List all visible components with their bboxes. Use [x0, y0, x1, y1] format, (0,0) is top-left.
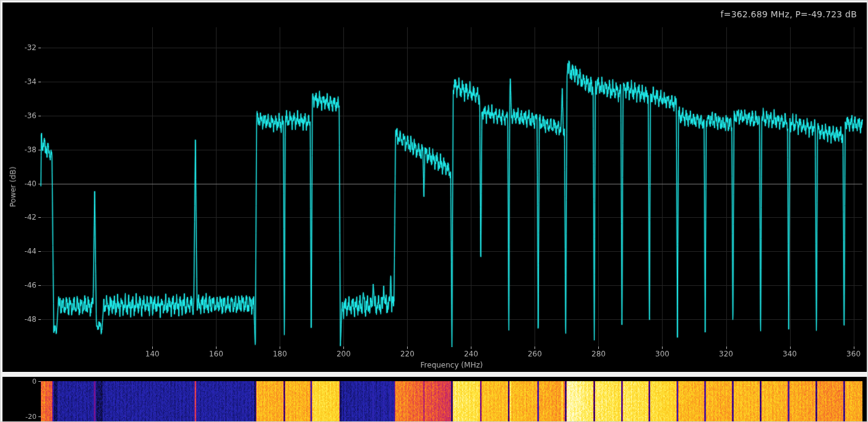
y-tick-label: -38 [2, 145, 37, 154]
y-tick-label: -34 [2, 77, 37, 86]
spectrum-figure: f=362.689 MHz, P=-49.723 dB Power (dB) F… [2, 2, 867, 372]
x-axis-title: Frequency (MHz) [41, 361, 862, 369]
x-tick-label: 200 [337, 350, 351, 358]
x-tick-label: 180 [273, 350, 287, 358]
x-tick-label: 140 [145, 350, 160, 358]
x-tick-label: 160 [209, 350, 223, 358]
y-tick-label: -42 [2, 213, 37, 222]
y-tick-label: -46 [2, 281, 37, 290]
y-tick-label: -36 [2, 111, 37, 120]
x-tick-label: 300 [655, 350, 669, 358]
waterfall-figure: 0 -20 [2, 377, 867, 421]
waterfall-y-tick-minus20: -20 [2, 413, 37, 421]
waterfall-canvas[interactable] [2, 377, 867, 421]
y-tick-label: -32 [2, 43, 37, 52]
x-tick-label: 320 [719, 350, 733, 358]
x-tick-label: 220 [400, 350, 415, 358]
waterfall-y-tick-0: 0 [2, 377, 37, 385]
sdr-spectrum-screen: f=362.689 MHz, P=-49.723 dB Power (dB) F… [0, 0, 868, 422]
cursor-readout: f=362.689 MHz, P=-49.723 dB [721, 9, 857, 19]
spectrum-plot-canvas[interactable] [2, 2, 867, 372]
x-tick-label: 240 [464, 350, 478, 358]
x-tick-label: 280 [591, 350, 606, 358]
y-tick-label: -40 [2, 179, 37, 188]
y-tick-label: -44 [2, 247, 37, 256]
y-tick-label: -48 [2, 315, 37, 324]
x-tick-label: 360 [846, 350, 861, 358]
x-tick-label: 260 [528, 350, 542, 358]
x-tick-label: 340 [783, 350, 797, 358]
